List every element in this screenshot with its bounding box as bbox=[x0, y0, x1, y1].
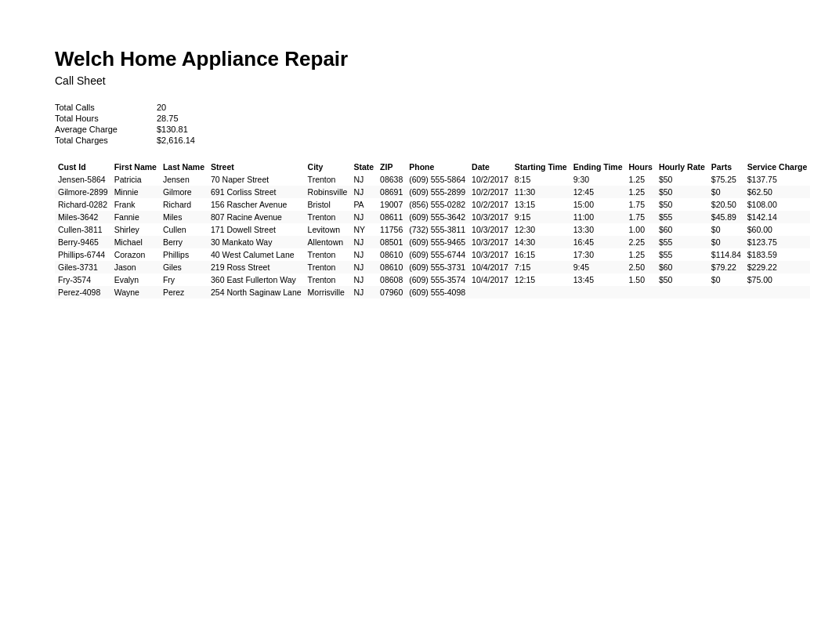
table-cell: 219 Ross Street bbox=[208, 261, 305, 273]
table-cell: 254 North Saginaw Lane bbox=[208, 286, 305, 298]
table-cell: NJ bbox=[350, 211, 377, 223]
table-cell: 8:15 bbox=[512, 173, 570, 186]
table-cell: (609) 555-3574 bbox=[406, 273, 468, 286]
summary-average-charge: Average Charge $130.81 bbox=[55, 125, 777, 134]
table-cell: Morrisville bbox=[305, 286, 351, 298]
table-cell: 9:30 bbox=[570, 173, 626, 186]
table-cell: 2.50 bbox=[626, 261, 656, 273]
table-cell: Gilmore bbox=[160, 186, 208, 198]
table-cell: Cullen-3811 bbox=[55, 223, 111, 236]
table-cell: 10/4/2017 bbox=[468, 273, 512, 286]
table-cell: 10/2/2017 bbox=[468, 173, 512, 186]
table-cell: $183.59 bbox=[744, 248, 810, 261]
table-cell: 08611 bbox=[377, 211, 406, 223]
total-hours-label: Total Hours bbox=[55, 114, 157, 123]
table-cell: $0 bbox=[708, 273, 744, 286]
table-cell: $75.25 bbox=[708, 173, 744, 186]
table-cell: Trenton bbox=[305, 273, 351, 286]
table-cell: (609) 555-3642 bbox=[406, 211, 468, 223]
table-cell: 1.00 bbox=[626, 223, 656, 236]
table-cell bbox=[626, 286, 656, 298]
table-cell: Levitown bbox=[305, 223, 351, 236]
table-cell: 10/3/2017 bbox=[468, 236, 512, 248]
table-cell: 70 Naper Street bbox=[208, 173, 305, 186]
table-cell: Jensen-5864 bbox=[55, 173, 111, 186]
table-cell: Bristol bbox=[305, 198, 351, 211]
page-container: Welch Home Appliance Repair Call Sheet T… bbox=[0, 0, 832, 330]
table-cell: 11:00 bbox=[570, 211, 626, 223]
table-cell: 807 Racine Avenue bbox=[208, 211, 305, 223]
table-cell: 691 Corliss Street bbox=[208, 186, 305, 198]
table-cell: Minnie bbox=[111, 186, 160, 198]
table-cell: Trenton bbox=[305, 248, 351, 261]
table-cell: 12:15 bbox=[512, 273, 570, 286]
table-row: Jensen-5864PatriciaJensen70 Naper Street… bbox=[55, 173, 810, 186]
table-cell: (609) 555-6744 bbox=[406, 248, 468, 261]
table-cell: 1.25 bbox=[626, 186, 656, 198]
table-cell: Frank bbox=[111, 198, 160, 211]
table-cell: NJ bbox=[350, 173, 377, 186]
table-cell: 17:30 bbox=[570, 248, 626, 261]
table-cell: Robinsville bbox=[305, 186, 351, 198]
table-cell: Shirley bbox=[111, 223, 160, 236]
table-cell: $75.00 bbox=[744, 273, 810, 286]
table-cell: Phillips bbox=[160, 248, 208, 261]
table-cell: 30 Mankato Way bbox=[208, 236, 305, 248]
col-last-name: Last Name bbox=[160, 161, 208, 173]
table-cell: $142.14 bbox=[744, 211, 810, 223]
total-charges-value: $2,616.14 bbox=[157, 136, 195, 145]
table-row: Fry-3574EvalynFry360 East Fullerton WayT… bbox=[55, 273, 810, 286]
col-parts: Parts bbox=[708, 161, 744, 173]
table-cell: 11756 bbox=[377, 223, 406, 236]
table-cell: PA bbox=[350, 198, 377, 211]
table-row: Cullen-3811ShirleyCullen171 Dowell Stree… bbox=[55, 223, 810, 236]
table-cell: $20.50 bbox=[708, 198, 744, 211]
table-cell: 156 Rascher Avenue bbox=[208, 198, 305, 211]
table-cell: $123.75 bbox=[744, 236, 810, 248]
table-cell: Jason bbox=[111, 261, 160, 273]
table-cell bbox=[468, 286, 512, 298]
table-cell: 360 East Fullerton Way bbox=[208, 273, 305, 286]
col-first-name: First Name bbox=[111, 161, 160, 173]
table-cell: $50 bbox=[656, 173, 708, 186]
table-cell: Berry bbox=[160, 236, 208, 248]
table-cell bbox=[570, 286, 626, 298]
table-cell: 10/3/2017 bbox=[468, 211, 512, 223]
summary-section: Total Calls 20 Total Hours 28.75 Average… bbox=[55, 103, 777, 145]
table-cell: Fry-3574 bbox=[55, 273, 111, 286]
table-cell: 2.25 bbox=[626, 236, 656, 248]
table-cell: 1.75 bbox=[626, 211, 656, 223]
table-row: Perez-4098WaynePerez254 North Saginaw La… bbox=[55, 286, 810, 298]
table-cell: (856) 555-0282 bbox=[406, 198, 468, 211]
table-cell bbox=[744, 286, 810, 298]
table-cell: Richard-0282 bbox=[55, 198, 111, 211]
table-cell: Berry-9465 bbox=[55, 236, 111, 248]
table-cell: Cullen bbox=[160, 223, 208, 236]
table-row: Gilmore-2899MinnieGilmore691 Corliss Str… bbox=[55, 186, 810, 198]
table-cell: 14:30 bbox=[512, 236, 570, 248]
table-cell: (609) 555-3731 bbox=[406, 261, 468, 273]
table-cell: NJ bbox=[350, 286, 377, 298]
average-charge-label: Average Charge bbox=[55, 125, 157, 134]
col-cust-id: Cust Id bbox=[55, 161, 111, 173]
table-cell: 1.25 bbox=[626, 173, 656, 186]
table-cell: Giles-3731 bbox=[55, 261, 111, 273]
col-starting-time: Starting Time bbox=[512, 161, 570, 173]
table-cell: $137.75 bbox=[744, 173, 810, 186]
table-cell: $55 bbox=[656, 248, 708, 261]
table-row: Berry-9465MichaelBerry30 Mankato WayAlle… bbox=[55, 236, 810, 248]
table-cell: $60 bbox=[656, 223, 708, 236]
table-cell: 9:45 bbox=[570, 261, 626, 273]
table-cell: Richard bbox=[160, 198, 208, 211]
table-cell: 171 Dowell Street bbox=[208, 223, 305, 236]
table-cell: (732) 555-3811 bbox=[406, 223, 468, 236]
table-cell: 15:00 bbox=[570, 198, 626, 211]
table-cell: Fannie bbox=[111, 211, 160, 223]
table-cell: (609) 555-2899 bbox=[406, 186, 468, 198]
table-cell: Corazon bbox=[111, 248, 160, 261]
table-cell: 7:15 bbox=[512, 261, 570, 273]
table-cell: $62.50 bbox=[744, 186, 810, 198]
table-cell: $79.22 bbox=[708, 261, 744, 273]
table-cell: 1.75 bbox=[626, 198, 656, 211]
table-cell bbox=[512, 286, 570, 298]
